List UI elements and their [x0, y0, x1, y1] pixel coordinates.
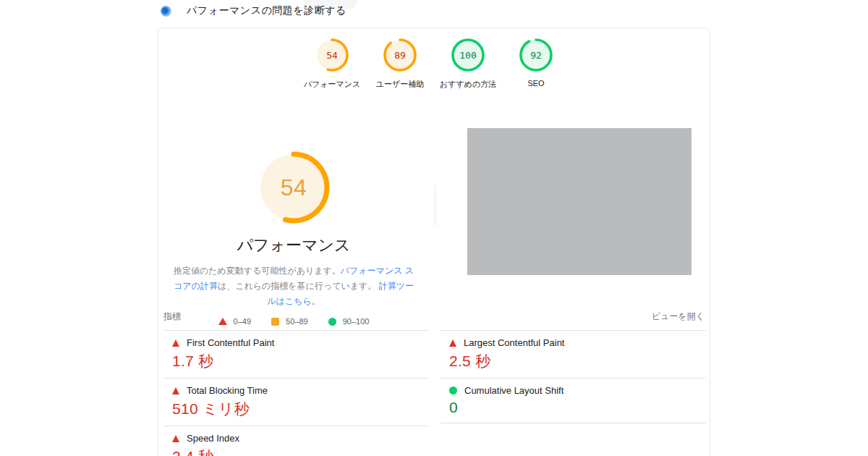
- category-score-label: おすすめの方法: [440, 79, 496, 90]
- category-score-seo[interactable]: 92SEO: [502, 38, 570, 90]
- metric-name: Speed Index: [187, 433, 239, 444]
- metric-value: 510 ミリ秒: [172, 399, 429, 419]
- metrics-label: 指標: [163, 311, 181, 323]
- page-title: パフォーマンスの問題を診断する: [187, 4, 346, 17]
- category-score-value: 54: [315, 38, 349, 72]
- category-score-value: 89: [383, 38, 417, 72]
- category-score-label: ユーザー補助: [376, 79, 425, 90]
- performance-description: 推定値のため変動する可能性があります。パフォーマンス スコアの計算は、これらの指…: [173, 263, 414, 309]
- gauge-ring-icon: 54: [315, 38, 349, 72]
- category-score-best-practices[interactable]: 100おすすめの方法: [434, 38, 502, 90]
- metric-value: 2.5 秒: [449, 351, 706, 371]
- metric-row: Largest Contentful Paint2.5 秒: [441, 330, 706, 378]
- report-header: パフォーマンスの問題を診断する: [161, 4, 346, 17]
- metric-name: First Contentful Paint: [187, 337, 274, 348]
- metrics-grid: First Contentful Paint1.7 秒Total Blockin…: [163, 330, 706, 456]
- gauge-ring-icon: 92: [519, 38, 553, 72]
- vertical-divider: [435, 185, 435, 226]
- lighthouse-report-card: 54パフォーマンス89ユーザー補助100おすすめの方法92SEO 54 パフォー…: [158, 28, 710, 456]
- category-score-label: SEO: [527, 79, 544, 88]
- metric-value: 2.4 秒: [172, 447, 429, 456]
- page-screenshot-placeholder: [467, 128, 692, 275]
- performance-score-value: 54: [258, 151, 330, 224]
- metrics-column-left: First Contentful Paint1.7 秒Total Blockin…: [163, 330, 429, 456]
- metric-row: Speed Index2.4 秒: [163, 426, 429, 456]
- category-scores-row: 54パフォーマンス89ユーザー補助100おすすめの方法92SEO: [158, 38, 710, 90]
- fail-triangle-icon: [172, 435, 179, 442]
- description-text-1: 推定値のため変動する可能性があります。: [174, 266, 341, 276]
- category-score-value: 100: [451, 38, 485, 72]
- performance-gauge: 54: [258, 151, 330, 224]
- metric-name: Cumulative Layout Shift: [464, 385, 563, 396]
- fail-triangle-icon: [172, 339, 179, 347]
- gauge-ring-icon: 89: [383, 38, 417, 72]
- metric-name: Total Blocking Time: [187, 385, 268, 396]
- performance-section-title: パフォーマンス: [237, 235, 350, 256]
- category-score-accessibility[interactable]: 89ユーザー補助: [366, 38, 434, 90]
- open-view-button[interactable]: ビューを開く: [652, 311, 705, 323]
- category-score-label: パフォーマンス: [304, 79, 361, 90]
- description-text-2: は、これらの指標を基に行っています。: [218, 281, 376, 291]
- category-score-performance[interactable]: 54パフォーマンス: [298, 38, 366, 90]
- gauge-ring-icon: 100: [451, 38, 485, 72]
- pass-circle-icon: [449, 387, 457, 394]
- metric-row: First Contentful Paint1.7 秒: [163, 330, 429, 378]
- metric-value: 1.7 秒: [172, 351, 429, 371]
- fail-triangle-icon: [449, 339, 456, 347]
- metrics-column-right: Largest Contentful Paint2.5 秒Cumulative …: [441, 330, 706, 456]
- metric-row: Total Blocking Time510 ミリ秒: [163, 378, 429, 426]
- metrics-header: 指標 ビューを開く: [163, 311, 705, 323]
- category-score-value: 92: [519, 38, 553, 72]
- metric-value: 0: [449, 399, 706, 416]
- metric-row: Cumulative Layout Shift0: [441, 378, 706, 423]
- performance-score-section: 54 パフォーマンス 推定値のため変動する可能性があります。パフォーマンス スコ…: [158, 151, 429, 326]
- diagnose-performance-icon: [161, 6, 171, 17]
- fail-triangle-icon: [172, 387, 179, 394]
- metric-name: Largest Contentful Paint: [464, 337, 564, 348]
